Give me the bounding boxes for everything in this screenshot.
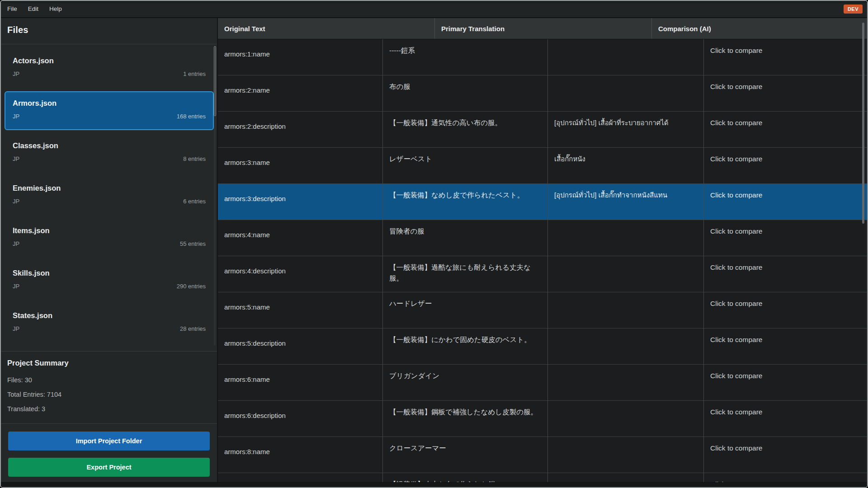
file-item[interactable]: States.json JP 28 entries xyxy=(5,304,214,343)
file-entry-count: 8 entries xyxy=(183,155,206,162)
cell-primary-translation xyxy=(548,328,704,364)
cell-entry-key: armors:8:name xyxy=(218,437,383,473)
table-row[interactable]: armors:5:description 【一般装備】にかわで固めた硬皮のベスト… xyxy=(218,328,867,365)
cell-entry-key: armors:3:name xyxy=(218,148,383,183)
cell-comparison[interactable]: Click to compare xyxy=(704,75,867,111)
cell-original-text: 【一般装備】過酷な旅にも耐えられる丈夫な服。 xyxy=(383,256,548,292)
file-language: JP xyxy=(13,198,19,205)
cell-comparison[interactable]: Click to compare xyxy=(704,112,867,147)
table-row[interactable]: armors:2:name 布の服 Click to compare xyxy=(218,75,867,112)
table-row[interactable]: armors:2:description 【一般装備】通気性の高い布の服。 [อ… xyxy=(218,112,867,148)
table-row[interactable]: armors:3:description 【一般装備】なめし皮で作られたベスト。… xyxy=(218,184,867,220)
table-row[interactable]: armors:1:name -----鎧系 Click to compare xyxy=(218,39,867,75)
cell-entry-key: armors:1:name xyxy=(218,39,383,75)
sidebar-header: Files xyxy=(1,18,217,44)
project-summary-line: Files: 30 xyxy=(7,373,210,387)
table-row[interactable]: armors:3:name レザーベスト เสื้อกั๊กหนัง Click… xyxy=(218,148,867,184)
cell-comparison[interactable]: Click to compare xyxy=(704,220,867,256)
file-name: Classes.json xyxy=(13,141,206,150)
table-scrollbar-thumb[interactable] xyxy=(862,23,864,224)
table-row[interactable]: armors:4:description 【一般装備】過酷な旅にも耐えられる丈夫… xyxy=(218,256,867,292)
file-meta: JP 168 entries xyxy=(13,113,206,120)
sidebar-buttons: Import Project Folder Export Project xyxy=(1,423,217,484)
cell-comparison[interactable]: Click to compare xyxy=(704,401,867,436)
menu-item[interactable]: Help xyxy=(44,1,67,17)
main-content: Files Actors.json JP 1 entries xyxy=(1,18,867,487)
cell-primary-translation xyxy=(548,75,704,111)
file-meta: JP 1 entries xyxy=(13,70,206,77)
project-summary: Project Summary Files: 30 Total Entries:… xyxy=(1,351,217,423)
file-item[interactable]: Items.json JP 55 entries xyxy=(5,219,214,258)
menu-item[interactable]: File xyxy=(2,1,23,17)
menu-bar: File Edit Help DEV xyxy=(1,1,867,18)
file-entry-count: 290 entries xyxy=(177,283,206,290)
menu-items: File Edit Help xyxy=(1,1,67,17)
cell-comparison[interactable]: Click to compare xyxy=(704,365,867,400)
cell-primary-translation xyxy=(548,401,704,436)
cell-entry-key: armors:6:description xyxy=(218,401,383,436)
cell-comparison[interactable]: Click to compare xyxy=(704,292,867,328)
sidebar: Files Actors.json JP 1 entries xyxy=(1,18,218,487)
cell-original-text: 【一般装備】鋼板で補強したなめし皮製の服。 xyxy=(383,401,548,436)
cell-comparison[interactable]: Click to compare xyxy=(704,328,867,364)
cell-primary-translation: เสื้อกั๊กหนัง xyxy=(548,148,704,183)
table-row[interactable]: armors:8:name クロースアーマー Click to compare xyxy=(218,437,867,473)
table-body: armors:1:name -----鎧系 Click to compare a… xyxy=(218,39,867,487)
file-entry-count: 55 entries xyxy=(180,240,206,247)
table-row[interactable]: armors:6:name ブリガンダイン Click to compare xyxy=(218,365,867,401)
file-entry-count: 28 entries xyxy=(180,325,206,332)
column-header: Original Text xyxy=(218,18,435,39)
table-row[interactable]: armors:6:description 【一般装備】鋼板で補強したなめし皮製の… xyxy=(218,401,867,437)
file-name: Items.json xyxy=(13,226,206,235)
project-summary-lines: Files: 30 Total Entries: 7104 Translated… xyxy=(7,373,210,416)
file-language: JP xyxy=(13,70,19,77)
cell-comparison[interactable]: Click to compare xyxy=(704,184,867,220)
column-header: Primary Translation xyxy=(435,18,652,39)
cell-primary-translation xyxy=(548,256,704,292)
file-item[interactable]: Armors.json JP 168 entries xyxy=(5,91,214,130)
file-meta: JP 6 entries xyxy=(13,198,206,205)
cell-original-text: 【一般装備】にかわで固めた硬皮のベスト。 xyxy=(383,328,548,364)
import-project-button[interactable]: Import Project Folder xyxy=(8,432,210,450)
cell-comparison[interactable]: Click to compare xyxy=(704,256,867,292)
table-row[interactable]: armors:4:name 冒険者の服 Click to compare xyxy=(218,220,867,256)
translation-table: Original Text Primary Translation Compar… xyxy=(218,18,867,487)
cell-original-text: ハードレザー xyxy=(383,292,548,328)
cell-entry-key: armors:4:description xyxy=(218,256,383,292)
sidebar-scrollbar-thumb[interactable] xyxy=(214,46,216,116)
file-language: JP xyxy=(13,325,19,332)
file-name: Armors.json xyxy=(13,99,206,108)
project-summary-line: Translated: 3 xyxy=(7,402,210,416)
cell-entry-key: armors:5:name xyxy=(218,292,383,328)
app-window: File Edit Help DEV Files Actors.json xyxy=(0,0,868,488)
file-item[interactable]: Skills.json JP 290 entries xyxy=(5,261,214,300)
file-entry-count: 168 entries xyxy=(177,113,206,120)
table-header-row: Original Text Primary Translation Compar… xyxy=(218,18,867,39)
cell-primary-translation xyxy=(548,292,704,328)
file-language: JP xyxy=(13,155,19,162)
file-name: Actors.json xyxy=(13,56,206,65)
dev-badge: DEV xyxy=(844,5,863,14)
cell-primary-translation xyxy=(548,220,704,256)
cell-entry-key: armors:6:name xyxy=(218,365,383,400)
cell-original-text: 【一般装備】通気性の高い布の服。 xyxy=(383,112,548,147)
file-item[interactable]: Enemies.json JP 6 entries xyxy=(5,176,214,215)
cell-original-text: 【一般装備】なめし皮で作られたベスト。 xyxy=(383,184,548,220)
table-row[interactable]: armors:5:name ハードレザー Click to compare xyxy=(218,292,867,328)
cell-original-text: ブリガンダイン xyxy=(383,365,548,400)
file-meta: JP 55 entries xyxy=(13,240,206,247)
cell-comparison[interactable]: Click to compare xyxy=(704,437,867,473)
file-item[interactable]: Actors.json JP 1 entries xyxy=(5,49,214,88)
file-meta: JP 290 entries xyxy=(13,283,206,290)
cell-primary-translation: [อุปกรณ์ทั่วไป] เสื้อผ้าที่ระบายอากาศได้ xyxy=(548,112,704,147)
file-item[interactable]: Classes.json JP 8 entries xyxy=(5,134,214,173)
menu-item[interactable]: Edit xyxy=(23,1,44,17)
cell-entry-key: armors:2:description xyxy=(218,112,383,147)
cell-comparison[interactable]: Click to compare xyxy=(704,39,867,75)
file-list: Actors.json JP 1 entries Armors.json JP … xyxy=(1,44,217,351)
cell-primary-translation xyxy=(548,39,704,75)
cell-entry-key: armors:5:description xyxy=(218,328,383,364)
cell-comparison[interactable]: Click to compare xyxy=(704,148,867,183)
file-language: JP xyxy=(13,283,19,290)
export-project-button[interactable]: Export Project xyxy=(8,458,210,477)
